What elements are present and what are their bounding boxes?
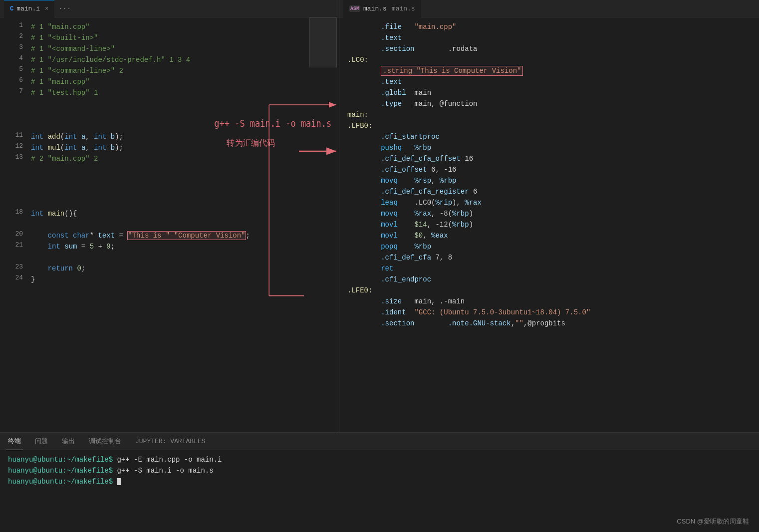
asm-line: .LFE0: xyxy=(339,285,759,296)
asm-code-text: ret xyxy=(347,263,393,274)
code-text: int sum = 5 + 9; xyxy=(31,241,115,252)
asm-line: .text xyxy=(339,76,759,87)
asm-line: .section .rodata xyxy=(339,43,759,54)
code-line xyxy=(0,197,339,208)
line-number: 21 xyxy=(8,241,23,249)
code-line xyxy=(0,175,339,186)
line-number: 23 xyxy=(8,263,23,270)
line-number: 12 xyxy=(8,142,23,150)
asm-line: .section .note.GNU-stack,"",@progbits xyxy=(339,318,759,329)
left-tab-bar: C main.i × ··· xyxy=(0,0,339,17)
asm-code-text: .cfi_def_cfa 7, 8 xyxy=(347,252,452,263)
code-text: # 1 "main.cpp" xyxy=(31,76,90,87)
terminal-tab[interactable]: JUPYTER: VARIABLES xyxy=(133,433,207,450)
asm-line: .ident "GCC: (Ubuntu 7.5.0-3ubuntu1~18.0… xyxy=(339,307,759,318)
code-line: 2# 1 "<built-in>" xyxy=(0,32,339,43)
asm-code-text: .cfi_startproc xyxy=(347,131,440,142)
cursor xyxy=(117,478,121,485)
asm-line: .cfi_startproc xyxy=(339,131,759,142)
tab-close-button[interactable]: × xyxy=(45,5,48,12)
code-line: 7# 1 "test.hpp" 1 xyxy=(0,87,339,98)
line-number: 7 xyxy=(8,87,23,95)
code-text: return 0; xyxy=(31,263,85,274)
asm-code-text: .size main, .-main xyxy=(347,296,465,307)
asm-code-text: .ident "GCC: (Ubuntu 7.5.0-3ubuntu1~18.0… xyxy=(347,307,590,318)
line-number: 3 xyxy=(8,43,23,51)
line-number: 6 xyxy=(8,76,23,84)
code-line xyxy=(0,186,339,197)
code-line xyxy=(0,164,339,175)
terminal-section: 终端问题输出调试控制台JUPYTER: VARIABLES huanyu@ubu… xyxy=(0,432,759,532)
asm-code-text: .text xyxy=(347,76,402,87)
left-code-content[interactable]: 1# 1 "main.cpp"2# 1 "<built-in>"3# 1 "<c… xyxy=(0,17,339,289)
code-line: 12int mul(int a, int b); xyxy=(0,142,339,153)
watermark: CSDN @爱听歌的周童鞋 xyxy=(677,517,749,526)
code-text: } xyxy=(31,274,35,285)
code-line: 6# 1 "main.cpp" xyxy=(0,76,339,87)
asm-code-text: .string "This is Computer Vision" xyxy=(347,65,523,76)
terminal-tab[interactable]: 终端 xyxy=(6,433,23,450)
line-number: 1 xyxy=(8,21,23,29)
asm-line: main: xyxy=(339,109,759,120)
right-tab[interactable]: ASM main.s main.s xyxy=(343,0,421,17)
asm-line: .text xyxy=(339,32,759,43)
terminal-line: huanyu@ubuntu:~/makefile$ xyxy=(8,476,751,487)
code-line: 11int add(int a, int b); xyxy=(0,131,339,142)
asm-line: .LC0: xyxy=(339,54,759,65)
app-container: C main.i × ··· 1# 1 "main.cpp"2# 1 "<bui… xyxy=(0,0,759,532)
asm-line: .cfi_def_cfa 7, 8 xyxy=(339,252,759,263)
asm-code-text: .LFE0: xyxy=(347,285,372,296)
asm-line: leaq .LC0(%rip), %rax xyxy=(339,197,759,208)
asm-code-text: .globl main xyxy=(347,87,431,98)
asm-code-text: .section .note.GNU-stack,"",@progbits xyxy=(347,318,565,329)
asm-code-text: .type main, @function xyxy=(347,98,477,109)
code-line: 18int main(){ xyxy=(0,208,339,219)
right-tab-bar: ASM main.s main.s xyxy=(339,0,759,17)
code-line: 20 const char* text = "This is " "Comput… xyxy=(0,230,339,241)
asm-code-text: .section .rodata xyxy=(347,43,477,54)
asm-code-text: pushq %rbp xyxy=(347,142,431,153)
left-tab[interactable]: C main.i × xyxy=(4,0,54,17)
asm-code-text: movq %rsp, %rbp xyxy=(347,175,456,186)
tab-more-button[interactable]: ··· xyxy=(58,4,71,12)
asm-code-text: movl $0, %eax xyxy=(347,230,448,241)
left-tab-label: main.i xyxy=(16,5,40,12)
code-line xyxy=(0,252,339,263)
asm-code-text: .file "main.cpp" xyxy=(347,21,456,32)
code-line: 3# 1 "<command-line>" xyxy=(0,43,339,54)
code-line: 13# 2 "main.cpp" 2 xyxy=(0,153,339,164)
asm-line: .cfi_endproc xyxy=(339,274,759,285)
code-text: # 1 "<command-line>" xyxy=(31,43,115,54)
asm-line: .size main, .-main xyxy=(339,296,759,307)
asm-code-text: leaq .LC0(%rip), %rax xyxy=(347,197,482,208)
right-tab-label: main.s xyxy=(363,5,387,12)
right-code-content[interactable]: .file "main.cpp" .text .section .rodata.… xyxy=(339,17,759,432)
asm-icon: ASM xyxy=(349,5,360,12)
asm-line: .string "This is Computer Vision" xyxy=(339,65,759,76)
line-number: 2 xyxy=(8,32,23,40)
terminal-tab[interactable]: 调试控制台 xyxy=(87,433,123,450)
line-number: 20 xyxy=(8,230,23,238)
line-number: 24 xyxy=(8,274,23,281)
asm-code-text: movl $14, -12(%rbp) xyxy=(347,219,473,230)
code-text: # 1 "<built-in>" xyxy=(31,32,98,43)
code-line: 1# 1 "main.cpp" xyxy=(0,21,339,32)
code-line xyxy=(0,109,339,120)
asm-code-text: .LC0: xyxy=(347,54,368,65)
terminal-content[interactable]: huanyu@ubuntu:~/makefile$ g++ -E main.cp… xyxy=(0,450,759,532)
asm-line: movq %rsp, %rbp xyxy=(339,175,759,186)
asm-code-text: popq %rbp xyxy=(347,241,431,252)
asm-line: .type main, @function xyxy=(339,98,759,109)
terminal-tab[interactable]: 问题 xyxy=(33,433,50,450)
code-line: 23 return 0; xyxy=(0,263,339,274)
asm-line: .globl main xyxy=(339,87,759,98)
line-number: 18 xyxy=(8,208,23,216)
c-icon: C xyxy=(10,5,13,12)
right-tab-sublabel: main.s xyxy=(392,5,415,12)
code-text: # 1 "/usr/include/stdc-predef.h" 1 3 4 xyxy=(31,54,190,65)
asm-line: movq %rax, -8(%rbp) xyxy=(339,208,759,219)
code-line: 4# 1 "/usr/include/stdc-predef.h" 1 3 4 xyxy=(0,54,339,65)
terminal-tab[interactable]: 输出 xyxy=(60,433,77,450)
code-text: # 1 "<command-line>" 2 xyxy=(31,65,123,76)
asm-line: .cfi_def_cfa_offset 16 xyxy=(339,153,759,164)
